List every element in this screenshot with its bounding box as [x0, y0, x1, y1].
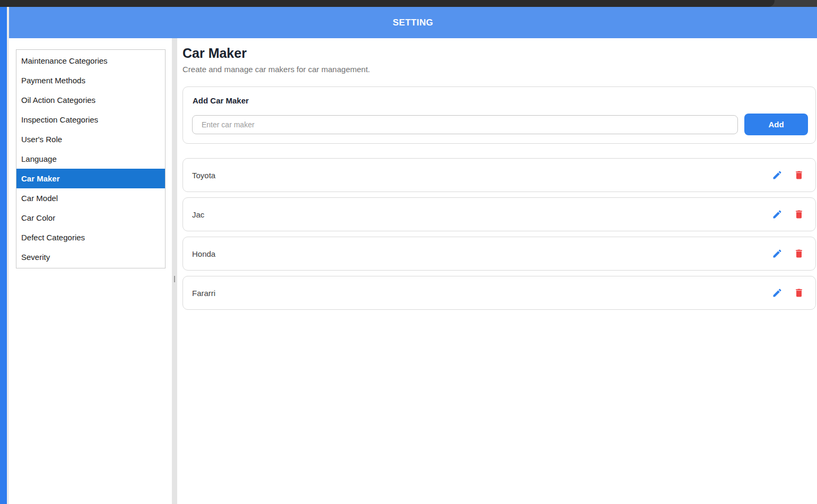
panel-resize-handle[interactable] [174, 276, 175, 282]
row-actions [771, 248, 805, 259]
pencil-icon [772, 288, 783, 298]
browser-titlebar [0, 0, 817, 7]
delete-button[interactable] [793, 287, 805, 299]
sidebar-item[interactable]: User's Role [16, 129, 165, 149]
sidebar-item[interactable]: Severity [16, 247, 165, 267]
trash-icon [794, 288, 804, 298]
panel-divider[interactable] [172, 38, 177, 504]
car-maker-input[interactable] [192, 115, 738, 134]
trash-icon [794, 248, 804, 259]
add-car-maker-label: Add Car Maker [193, 96, 249, 105]
car-maker-row: Toyota [182, 158, 816, 192]
car-maker-name: Toyota [192, 171, 771, 180]
settings-sidebar: Maintenance Categories Payment Methods O… [16, 49, 166, 268]
car-maker-row: Jac [182, 197, 816, 231]
sidebar-item[interactable]: Oil Action Categories [16, 90, 165, 110]
car-maker-name: Honda [192, 249, 771, 258]
sidebar-item[interactable]: Defect Categories [16, 228, 165, 247]
delete-button[interactable] [793, 208, 805, 220]
car-maker-row: Honda [182, 237, 816, 271]
delete-button[interactable] [793, 169, 805, 181]
app-header-title: SETTING [393, 18, 433, 28]
sidebar-item[interactable]: Maintenance Categories [16, 51, 165, 71]
delete-button[interactable] [793, 248, 805, 259]
browser-tab-strip [0, 0, 775, 7]
trash-icon [794, 170, 804, 180]
edit-button[interactable] [771, 208, 783, 220]
left-divider-line [7, 7, 9, 504]
add-button[interactable]: Add [744, 114, 808, 135]
left-accent-strip [0, 7, 7, 504]
pencil-icon [772, 248, 783, 259]
pencil-icon [772, 209, 783, 220]
car-maker-row: Fararri [182, 276, 816, 310]
sidebar-item[interactable]: Car Model [16, 188, 165, 208]
sidebar-item[interactable]: Payment Methods [16, 71, 165, 90]
car-maker-list: Toyota Jac [182, 158, 816, 310]
row-actions [771, 169, 805, 181]
app-header: SETTING [9, 7, 817, 38]
add-car-maker-card: Add Car Maker Add [182, 86, 816, 144]
edit-button[interactable] [771, 248, 783, 259]
pencil-icon [772, 170, 783, 180]
edit-button[interactable] [771, 169, 783, 181]
row-actions [771, 287, 805, 299]
car-maker-name: Fararri [192, 289, 771, 298]
row-actions [771, 208, 805, 220]
page-title: Car Maker [182, 46, 247, 61]
edit-button[interactable] [771, 287, 783, 299]
sidebar-item[interactable]: Car Color [16, 208, 165, 228]
sidebar-item[interactable]: Language [16, 149, 165, 169]
sidebar-item[interactable]: Inspection Categories [16, 110, 165, 129]
page-subtitle: Create and manage car makers for car man… [182, 65, 370, 74]
trash-icon [794, 209, 804, 220]
car-maker-name: Jac [192, 210, 771, 219]
sidebar-item[interactable]: Car Maker [16, 169, 165, 188]
